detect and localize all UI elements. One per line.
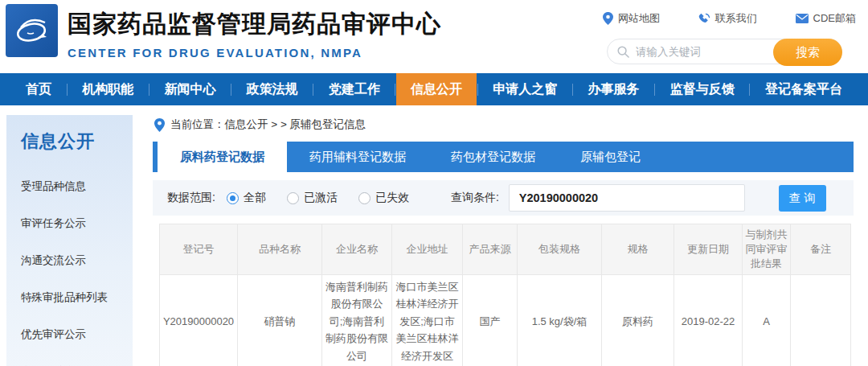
location-pin-icon xyxy=(603,12,613,25)
registration-table: 登记号 品种名称 企业名称 企业地址 产品来源 包装规格 规格 更新日期 与制剂… xyxy=(159,224,851,366)
header-registration-no: 登记号 xyxy=(160,224,238,275)
header-variety-name: 品种名称 xyxy=(238,224,322,275)
breadcrumb: 当前位置：信息公开 > > 原辅包登记信息 xyxy=(153,115,854,142)
cell-product-origin: 国产 xyxy=(463,275,518,366)
site-title-block: 国家药品监督管理局药品审评中心 CENTER FOR DRUG EVALUATI… xyxy=(68,8,441,60)
sidebar-item-breakthrough-therapy[interactable]: 突破性治疗公示 xyxy=(21,353,133,366)
header-search: 搜索 xyxy=(607,39,842,64)
header-company-name: 企业名称 xyxy=(322,224,392,275)
cell-variety-name: 硝普钠 xyxy=(238,275,322,366)
registration-table-wrap: 登记号 品种名称 企业名称 企业地址 产品来源 包装规格 规格 更新日期 与制剂… xyxy=(159,224,850,366)
header-package-spec: 包装规格 xyxy=(518,224,602,275)
radio-option-activated-label: 已激活 xyxy=(304,191,338,205)
header-update-date: 更新日期 xyxy=(674,224,743,275)
header-spec: 规格 xyxy=(602,224,674,275)
cell-package-spec: 1.5 kg/袋/箱 xyxy=(518,275,602,366)
page-content: 信息公开 受理品种信息 审评任务公示 沟通交流公示 特殊审批品种列表 优先审评公… xyxy=(0,105,868,366)
sidebar-item-communication[interactable]: 沟通交流公示 xyxy=(21,242,133,279)
table-header-row: 登记号 品种名称 企业名称 企业地址 产品来源 包装规格 规格 更新日期 与制剂… xyxy=(160,224,851,275)
main-panel: 当前位置：信息公开 > > 原辅包登记信息 原料药登记数据 药用辅料登记数据 药… xyxy=(153,115,854,366)
query-button[interactable]: 查 询 xyxy=(779,185,826,212)
cell-joint-review-result: A xyxy=(743,275,791,366)
header-remarks: 备注 xyxy=(791,224,851,275)
cell-company-address: 海口市美兰区桂林洋经济开发区;海口市美兰区桂林洋经济开发区 xyxy=(392,275,463,366)
sidebar-item-priority-review[interactable]: 优先审评公示 xyxy=(21,316,133,353)
site-header: 国家药品监督管理局药品审评中心 CENTER FOR DRUG EVALUATI… xyxy=(0,0,868,73)
filter-row: 数据范围: 全部 已激活 已失效 查询条件: 查 询 xyxy=(153,180,854,216)
header-company-address: 企业地址 xyxy=(392,224,463,275)
main-navigation: 首页 机构职能 新闻中心 政策法规 党建工作 信息公开 申请人之窗 办事服务 监… xyxy=(0,73,868,105)
radio-selected-icon xyxy=(227,192,239,204)
radio-option-all[interactable]: 全部 xyxy=(227,191,266,205)
site-title-cn: 国家药品监督管理局药品审评中心 xyxy=(68,8,441,41)
scope-label: 数据范围: xyxy=(167,191,215,205)
nav-item-functions[interactable]: 机构职能 xyxy=(68,73,148,105)
cde-mail-link[interactable]: CDE邮箱 xyxy=(796,11,856,26)
scope-radio-group: 全部 已激活 已失效 xyxy=(227,191,409,205)
nav-item-home[interactable]: 首页 xyxy=(11,73,66,105)
breadcrumb-pin-icon xyxy=(154,118,165,132)
radio-option-expired-label: 已失效 xyxy=(375,191,409,205)
breadcrumb-text: 当前位置：信息公开 > > 原辅包登记信息 xyxy=(170,117,366,132)
tab-api-registration-data[interactable]: 原料药登记数据 xyxy=(158,142,287,172)
nav-item-news[interactable]: 新闻中心 xyxy=(149,73,230,105)
nav-item-policy[interactable]: 政策法规 xyxy=(232,73,313,105)
query-condition-input[interactable] xyxy=(509,184,745,212)
search-icon xyxy=(617,46,629,58)
nav-item-applicant-window[interactable]: 申请人之窗 xyxy=(478,73,571,105)
search-button[interactable]: 搜索 xyxy=(773,39,842,66)
tab-raw-aux-pack-registration[interactable]: 原辅包登记 xyxy=(558,142,663,172)
cell-remarks xyxy=(791,275,851,366)
tab-excipient-registration-data[interactable]: 药用辅料登记数据 xyxy=(287,142,428,172)
header-joint-review-result: 与制剂共同审评审批结果 xyxy=(743,224,791,275)
table-row[interactable]: Y20190000020 硝普钠 海南普利制药股份有限公司;海南普利制药股份有限… xyxy=(160,275,851,366)
radio-option-expired[interactable]: 已失效 xyxy=(358,191,409,205)
dataset-tabbar: 原料药登记数据 药用辅料登记数据 药包材登记数据 原辅包登记 xyxy=(153,142,854,172)
radio-unselected-icon xyxy=(358,192,371,204)
nav-item-services[interactable]: 办事服务 xyxy=(574,73,654,105)
sidebar-item-special-approval-list[interactable]: 特殊审批品种列表 xyxy=(21,279,133,316)
radio-unselected-icon xyxy=(287,192,299,204)
swan-logo-icon xyxy=(13,13,51,48)
cell-update-date: 2019-02-22 xyxy=(674,275,743,366)
cde-mail-link-label: CDE邮箱 xyxy=(813,11,856,26)
site-title-en: CENTER FOR DRUG EVALUATION, NMPA xyxy=(68,46,441,60)
radio-option-all-label: 全部 xyxy=(244,191,266,205)
cell-spec: 原料药 xyxy=(602,275,674,366)
tab-packaging-registration-data[interactable]: 药包材登记数据 xyxy=(428,142,558,172)
nav-item-party-building[interactable]: 党建工作 xyxy=(314,73,395,105)
sitemap-link[interactable]: 网站地图 xyxy=(603,11,660,26)
sidebar-item-review-tasks[interactable]: 审评任务公示 xyxy=(21,205,133,242)
header-quick-links: 网站地图 联系我们 CDE邮箱 xyxy=(603,11,856,26)
cde-logo xyxy=(6,4,58,57)
radio-option-activated[interactable]: 已激活 xyxy=(287,191,338,205)
cell-registration-no: Y20190000020 xyxy=(160,275,238,366)
contact-link[interactable]: 联系我们 xyxy=(698,11,757,26)
sitemap-link-label: 网站地图 xyxy=(618,11,660,26)
envelope-icon xyxy=(796,14,809,23)
header-product-origin: 产品来源 xyxy=(463,224,518,275)
sidebar-item-accepted-varieties[interactable]: 受理品种信息 xyxy=(21,168,133,205)
phone-icon xyxy=(698,13,710,25)
sidebar-title: 信息公开 xyxy=(21,130,133,154)
cell-company-name: 海南普利制药股份有限公司;海南普利制药股份有限公司 xyxy=(322,275,392,366)
contact-link-label: 联系我们 xyxy=(715,11,757,26)
nav-item-registration-platform[interactable]: 登记备案平台 xyxy=(751,73,857,105)
sidebar: 信息公开 受理品种信息 审评任务公示 沟通交流公示 特殊审批品种列表 优先审评公… xyxy=(6,115,133,366)
query-condition-label: 查询条件: xyxy=(451,191,499,205)
nav-item-supervision-feedback[interactable]: 监督与反馈 xyxy=(656,73,749,105)
nav-item-info-disclosure[interactable]: 信息公开 xyxy=(396,73,477,105)
